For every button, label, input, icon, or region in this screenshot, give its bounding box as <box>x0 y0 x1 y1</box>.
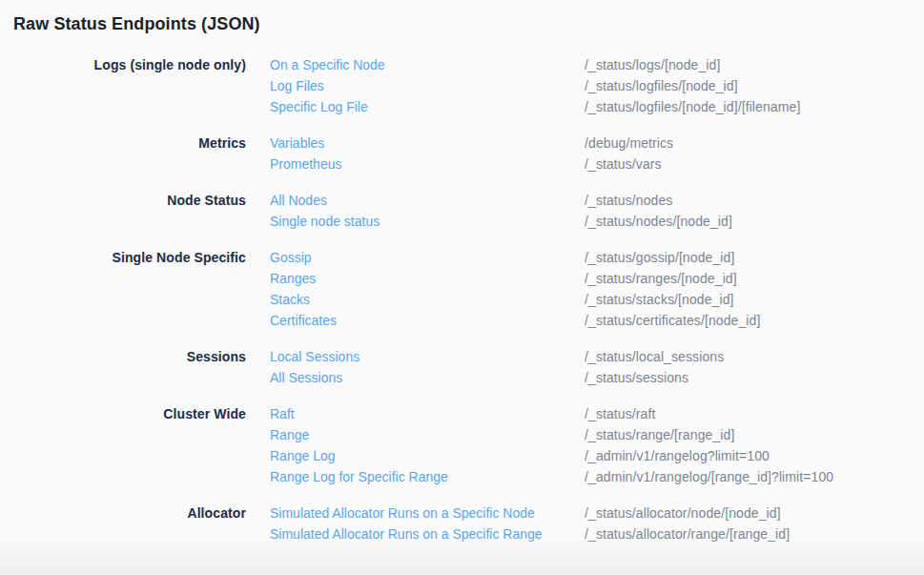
endpoint-row: Local Sessions /_status/local_sessions <box>246 346 924 367</box>
endpoint-path: /_status/local_sessions <box>585 346 724 367</box>
endpoint-path: /_status/allocator/range/[range_id] <box>585 524 790 544</box>
endpoint-row: Single node status /_status/nodes/[node_… <box>246 211 924 232</box>
endpoint-entries: Raft /_status/raft Range /_status/range/… <box>246 403 924 487</box>
endpoint-row: Range Log /_admin/v1/rangelog?limit=100 <box>246 445 924 466</box>
endpoint-row: Range Log for Specific Range /_admin/v1/… <box>246 466 924 487</box>
endpoint-link[interactable]: Range <box>270 424 585 445</box>
endpoint-link[interactable]: Single node status <box>270 211 585 232</box>
endpoint-row: Raft /_status/raft <box>246 403 924 424</box>
endpoint-row: Gossip /_status/gossip/[node_id] <box>246 247 924 268</box>
endpoint-path: /_status/raft <box>585 403 655 424</box>
endpoint-link[interactable]: All Nodes <box>270 190 585 211</box>
endpoint-row: Variables /debug/metrics <box>246 133 924 154</box>
endpoint-link[interactable]: Prometheus <box>270 154 585 175</box>
endpoint-path: /debug/metrics <box>585 133 673 154</box>
endpoint-link[interactable]: Raft <box>270 403 585 424</box>
endpoint-row: Prometheus /_status/vars <box>246 154 924 175</box>
page-title: Raw Status Endpoints (JSON) <box>13 12 924 35</box>
endpoint-group: Metrics Variables /debug/metrics Prometh… <box>0 133 924 175</box>
endpoint-path: /_status/nodes <box>585 190 672 211</box>
category-label: Sessions <box>0 346 246 367</box>
endpoint-row: All Sessions /_status/sessions <box>246 367 924 388</box>
endpoint-link[interactable]: Range Log <box>270 445 585 466</box>
raw-status-endpoints-page: Raw Status Endpoints (JSON) Logs (single… <box>0 12 924 544</box>
endpoint-group: Node Status All Nodes /_status/nodes Sin… <box>0 190 924 232</box>
endpoint-link[interactable]: Variables <box>270 133 585 154</box>
endpoint-path: /_status/vars <box>585 154 662 175</box>
category-label: Metrics <box>0 133 246 154</box>
endpoint-link[interactable]: Simulated Allocator Runs on a Specific R… <box>270 524 585 544</box>
endpoint-link[interactable]: On a Specific Node <box>270 54 585 75</box>
endpoint-row: On a Specific Node /_status/logs/[node_i… <box>246 54 924 75</box>
endpoint-entries: Gossip /_status/gossip/[node_id] Ranges … <box>246 247 924 331</box>
endpoint-entries: All Nodes /_status/nodes Single node sta… <box>246 190 924 232</box>
endpoint-row: All Nodes /_status/nodes <box>246 190 924 211</box>
endpoint-path: /_admin/v1/rangelog/[range_id]?limit=100 <box>585 466 833 487</box>
endpoint-link[interactable]: Local Sessions <box>270 346 585 367</box>
category-label: Node Status <box>0 190 246 211</box>
endpoint-link[interactable]: Range Log for Specific Range <box>270 466 585 487</box>
endpoint-row: Simulated Allocator Runs on a Specific R… <box>246 524 924 544</box>
endpoint-row: Log Files /_status/logfiles/[node_id] <box>246 75 924 96</box>
endpoint-row: Certificates /_status/certificates/[node… <box>246 310 924 331</box>
endpoint-link[interactable]: Certificates <box>270 310 585 331</box>
endpoint-group: Logs (single node only) On a Specific No… <box>0 54 924 117</box>
endpoint-link[interactable]: All Sessions <box>270 367 585 388</box>
endpoint-path: /_status/logfiles/[node_id] <box>585 75 738 96</box>
endpoint-link[interactable]: Log Files <box>270 75 585 96</box>
endpoint-row: Ranges /_status/ranges/[node_id] <box>246 268 924 289</box>
endpoint-path: /_status/range/[range_id] <box>585 424 734 445</box>
endpoint-link[interactable]: Stacks <box>270 289 585 310</box>
endpoint-group: Allocator Simulated Allocator Runs on a … <box>0 503 924 544</box>
endpoint-path: /_status/stacks/[node_id] <box>585 289 734 310</box>
endpoint-path: /_status/gossip/[node_id] <box>585 247 734 268</box>
endpoint-row: Range /_status/range/[range_id] <box>246 424 924 445</box>
endpoint-groups: Logs (single node only) On a Specific No… <box>0 54 924 544</box>
endpoint-link[interactable]: Gossip <box>270 247 585 268</box>
endpoint-group: Sessions Local Sessions /_status/local_s… <box>0 346 924 388</box>
endpoint-path: /_status/nodes/[node_id] <box>585 211 732 232</box>
category-label: Logs (single node only) <box>0 54 246 75</box>
endpoint-path: /_status/allocator/node/[node_id] <box>585 503 781 524</box>
endpoint-path: /_status/sessions <box>585 367 688 388</box>
endpoint-group: Single Node Specific Gossip /_status/gos… <box>0 247 924 331</box>
endpoint-group: Cluster Wide Raft /_status/raft Range /_… <box>0 403 924 487</box>
endpoint-entries: Simulated Allocator Runs on a Specific N… <box>246 503 924 544</box>
category-label: Allocator <box>0 503 246 524</box>
endpoint-entries: On a Specific Node /_status/logs/[node_i… <box>246 54 924 117</box>
category-label: Cluster Wide <box>0 403 246 424</box>
endpoint-row: Simulated Allocator Runs on a Specific N… <box>246 503 924 524</box>
endpoint-path: /_status/logfiles/[node_id]/[filename] <box>585 96 800 117</box>
endpoint-path: /_status/ranges/[node_id] <box>585 268 737 289</box>
endpoint-path: /_admin/v1/rangelog?limit=100 <box>585 445 770 466</box>
endpoint-entries: Variables /debug/metrics Prometheus /_st… <box>246 133 924 175</box>
endpoint-link[interactable]: Ranges <box>270 268 585 289</box>
endpoint-entries: Local Sessions /_status/local_sessions A… <box>246 346 924 388</box>
endpoint-link[interactable]: Simulated Allocator Runs on a Specific N… <box>270 503 585 524</box>
endpoint-link[interactable]: Specific Log File <box>270 96 585 117</box>
endpoint-path: /_status/logs/[node_id] <box>585 54 720 75</box>
endpoint-path: /_status/certificates/[node_id] <box>585 310 760 331</box>
endpoint-row: Specific Log File /_status/logfiles/[nod… <box>246 96 924 117</box>
category-label: Single Node Specific <box>0 247 246 268</box>
endpoint-row: Stacks /_status/stacks/[node_id] <box>246 289 924 310</box>
